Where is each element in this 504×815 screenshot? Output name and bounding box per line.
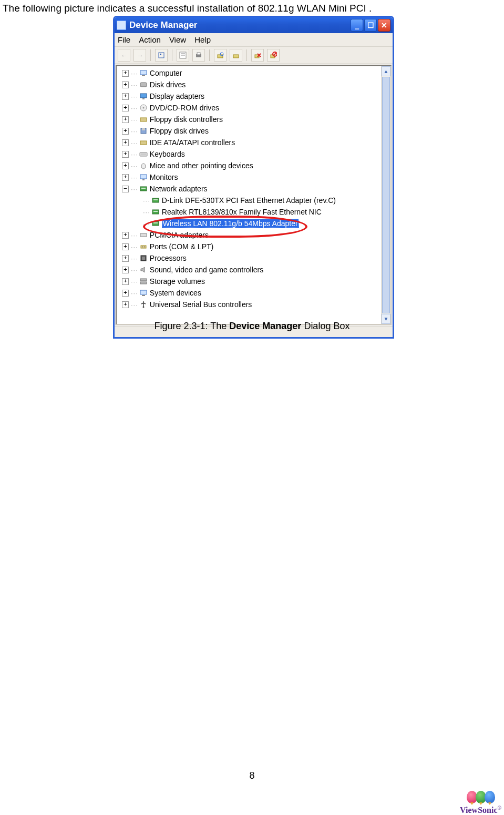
expander-icon[interactable]: +	[122, 278, 129, 285]
tree-node[interactable]: +···Disk drives	[122, 79, 389, 90]
expander-icon[interactable]: +	[122, 128, 129, 135]
viewsonic-logo: ViewSonic®	[460, 791, 501, 815]
nic-icon	[151, 196, 160, 205]
node-label: Disk drives	[150, 80, 186, 89]
node-label: Monitors	[150, 173, 178, 181]
expander-icon[interactable]: −	[122, 186, 129, 192]
forward-button[interactable]: →	[133, 49, 146, 62]
print-icon	[195, 52, 202, 59]
tree-node[interactable]: +···Floppy disk controllers	[122, 114, 389, 125]
menu-file[interactable]: File	[118, 35, 130, 44]
expander-icon[interactable]: +	[122, 255, 129, 262]
maximize-button[interactable]: ☐	[364, 19, 377, 32]
tree-node[interactable]: +···Computer	[122, 67, 389, 79]
svg-rect-39	[153, 222, 158, 223]
node-label: Keyboards	[150, 150, 185, 158]
up-tree-button[interactable]	[155, 49, 168, 62]
expander-icon[interactable]: +	[122, 70, 129, 77]
separator	[172, 49, 172, 61]
scan-hardware-button[interactable]	[214, 49, 227, 62]
tree-node[interactable]: +···Ports (COM & LPT)	[122, 241, 389, 252]
svg-rect-7	[218, 55, 223, 58]
minimize-button[interactable]: ‗	[351, 19, 363, 32]
tree-child-node[interactable]: ···D-Link DFE-530TX PCI Fast Ethernet Ad…	[143, 195, 389, 206]
node-label: IDE ATA/ATAPI controllers	[150, 138, 235, 147]
disable-button[interactable]	[267, 49, 280, 62]
expander-icon[interactable]: +	[122, 232, 129, 239]
expander-icon[interactable]: +	[122, 162, 129, 169]
node-label: D-Link DFE-530TX PCI Fast Ethernet Adapt…	[162, 196, 336, 205]
properties-icon	[179, 52, 187, 59]
tree-node[interactable]: +···Keyboards	[122, 148, 389, 160]
figure-caption: Figure 2.3-1: The Device Manager Dialog …	[0, 321, 504, 332]
node-label: System devices	[150, 289, 201, 297]
print-button[interactable]	[192, 49, 205, 62]
tree-node[interactable]: +···Processors	[122, 252, 389, 264]
birds-icon	[460, 791, 501, 803]
tree-node[interactable]: +···Display adapters	[122, 90, 389, 102]
expander-icon[interactable]: +	[122, 267, 129, 273]
expander-icon[interactable]: +	[122, 93, 129, 100]
nic-icon	[151, 208, 160, 216]
node-label: Network adapters	[150, 185, 208, 193]
close-button[interactable]: ✕	[378, 19, 390, 32]
expander-icon[interactable]: +	[122, 82, 129, 88]
svg-rect-41	[141, 246, 146, 248]
network-icon	[139, 185, 148, 193]
svg-point-50	[142, 307, 144, 308]
floppy-icon	[139, 127, 148, 135]
svg-point-42	[142, 247, 143, 248]
svg-point-22	[142, 107, 144, 109]
logo-text: ViewSonic	[460, 806, 497, 814]
tree-node[interactable]: +···PCMCIA adapters	[122, 229, 389, 241]
tree-node[interactable]: +···Mice and other pointing devices	[122, 160, 389, 171]
disable-icon	[270, 52, 277, 59]
scroll-thumb[interactable]	[382, 77, 390, 313]
device-tree: +···Computer+···Disk drives+···Display a…	[116, 65, 392, 325]
uninstall-button[interactable]	[251, 49, 264, 62]
tree-node[interactable]: +···Sound, video and game controllers	[122, 264, 389, 276]
expander-icon[interactable]: +	[122, 243, 129, 250]
tree-node[interactable]: +···System devices	[122, 287, 389, 299]
svg-rect-16	[140, 70, 147, 75]
scrollbar[interactable]: ▲ ▼	[381, 66, 390, 324]
menu-action[interactable]: Action	[139, 35, 161, 44]
scroll-up-icon[interactable]: ▲	[382, 66, 390, 76]
refresh-icon	[217, 52, 224, 59]
expander-icon[interactable]: +	[122, 174, 129, 181]
usb-icon	[139, 300, 148, 309]
menu-view[interactable]: View	[169, 35, 186, 44]
tree-node[interactable]: +···Floppy disk drives	[122, 125, 389, 137]
expander-icon[interactable]: +	[122, 139, 129, 146]
node-label: Floppy disk drives	[150, 127, 209, 135]
mouse-icon	[139, 161, 148, 170]
device-manager-screenshot: Device Manager ‗ ☐ ✕ File Action View He…	[113, 16, 394, 339]
tree-node[interactable]: −···Network adapters	[122, 183, 389, 195]
tree-child-node[interactable]: ···Wireless LAN 802.11g/b 54Mbps Adapter	[143, 218, 389, 229]
node-label: Floppy disk controllers	[150, 115, 223, 124]
expander-icon[interactable]: +	[122, 290, 129, 297]
tree-node[interactable]: +···IDE ATA/ATAPI controllers	[122, 137, 389, 148]
tree-node[interactable]: +···Monitors	[122, 171, 389, 183]
back-button[interactable]: ←	[118, 49, 130, 62]
pcmcia-icon	[139, 231, 148, 239]
tree-node[interactable]: +···Storage volumes	[122, 276, 389, 287]
tree-node[interactable]: +···Universal Serial Bus controllers	[122, 299, 389, 310]
expander-icon[interactable]: +	[122, 151, 129, 158]
svg-rect-33	[141, 188, 146, 189]
window-title: Device Manager	[129, 20, 351, 30]
tree-node[interactable]: +···DVD/CD-ROM drives	[122, 102, 389, 114]
expander-icon[interactable]: +	[122, 301, 129, 308]
titlebar: Device Manager ‗ ☐ ✕	[115, 17, 393, 33]
expander-icon[interactable]: +	[122, 105, 129, 111]
nic-icon	[151, 219, 160, 228]
properties-button[interactable]	[177, 49, 189, 62]
node-label: Ports (COM & LPT)	[150, 242, 213, 251]
floppy-ctrl-icon	[139, 115, 148, 124]
tree-child-node[interactable]: ···Realtek RTL8139/810x Family Fast Ethe…	[143, 206, 389, 218]
menu-help[interactable]: Help	[194, 35, 211, 44]
node-label: PCMCIA adapters	[150, 231, 209, 239]
svg-rect-26	[140, 141, 147, 145]
update-driver-button[interactable]	[230, 49, 242, 62]
expander-icon[interactable]: +	[122, 116, 129, 123]
